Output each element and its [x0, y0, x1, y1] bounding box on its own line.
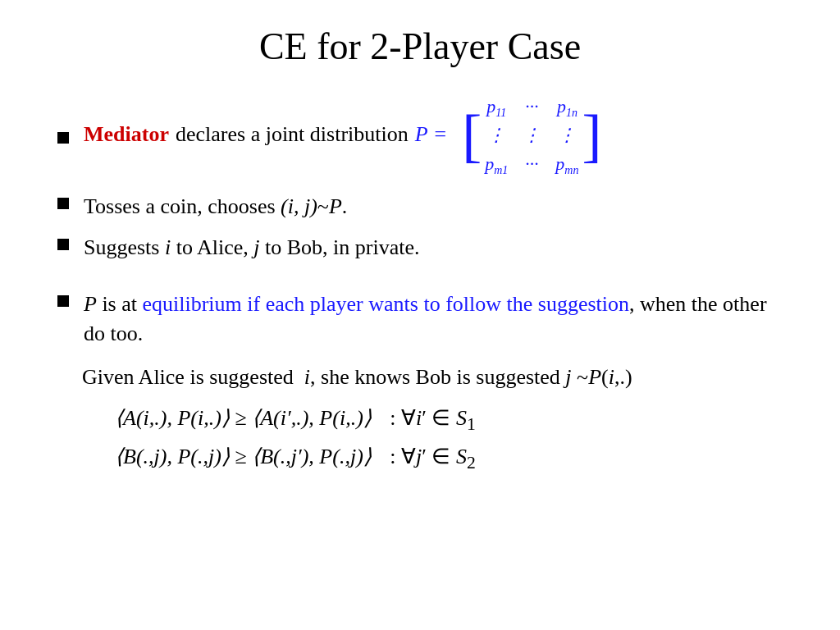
- slide-title: CE for 2-Player Case: [49, 25, 791, 68]
- tosses-bullet: Tosses a coin, chooses (i, j)~P.: [49, 192, 791, 221]
- bullet-icon-2: [57, 198, 69, 209]
- cell-21: ⋮: [485, 121, 508, 148]
- cell-32: ···: [523, 150, 541, 177]
- bracket-right: ]: [582, 106, 601, 165]
- cell-33: pmn: [555, 150, 578, 177]
- bullet-icon-1: [57, 132, 69, 144]
- mediator-text: Mediator declares a joint distribution P…: [84, 93, 601, 177]
- cell-13: p1n: [555, 93, 578, 120]
- mediator-declares: declares a joint distribution: [176, 120, 409, 149]
- colon-2: : ∀j′ ∈ S2: [390, 445, 475, 468]
- bracket-left: [: [462, 106, 482, 165]
- cell-22: ⋮: [523, 121, 541, 148]
- p-equals: P =: [415, 120, 447, 149]
- matrix-grid: p11 ··· p1n ⋮ ⋮ ⋮ pm1 ··· pmn: [485, 93, 578, 177]
- suggests-text: Suggests i to Alice, j to Bob, in privat…: [84, 233, 420, 262]
- bullet-icon-4: [57, 295, 69, 307]
- content-area: Mediator declares a joint distribution P…: [49, 93, 791, 479]
- equilibrium-bullet: P is at equilibrium if each player wants…: [49, 290, 791, 349]
- suggests-bullet: Suggests i to Alice, j to Bob, in privat…: [49, 233, 791, 262]
- given-alice-row: Given Alice is suggested i, she knows Bo…: [82, 363, 791, 392]
- formula-2: ⟨B(.,j), P(.,j)⟩ ≥ ⟨B(.,j′), P(.,j)⟩ : ∀…: [115, 441, 791, 472]
- mediator-bullet: Mediator declares a joint distribution P…: [49, 93, 791, 177]
- cell-31: pm1: [485, 150, 508, 177]
- cell-23: ⋮: [555, 121, 578, 148]
- formula-1: ⟨A(i,.), P(i,.)⟩ ≥ ⟨A(i′,.), P(i,.)⟩ : ∀…: [115, 402, 791, 434]
- equilibrium-phrase: equilibrium if each player wants to foll…: [143, 292, 630, 316]
- matrix: [ p11 ··· p1n ⋮ ⋮ ⋮ pm1 ··· pmn ]: [462, 93, 601, 177]
- colon-1: : ∀i′ ∈ S1: [390, 406, 475, 430]
- tosses-text: Tosses a coin, chooses (i, j)~P.: [84, 192, 347, 221]
- bullet-icon-3: [57, 239, 69, 250]
- cell-11: p11: [485, 93, 508, 120]
- cell-12: ···: [523, 93, 541, 120]
- slide: CE for 2-Player Case Mediator declares a…: [0, 0, 840, 630]
- mediator-label: Mediator: [84, 120, 169, 149]
- equilibrium-text: P is at equilibrium if each player wants…: [84, 290, 791, 349]
